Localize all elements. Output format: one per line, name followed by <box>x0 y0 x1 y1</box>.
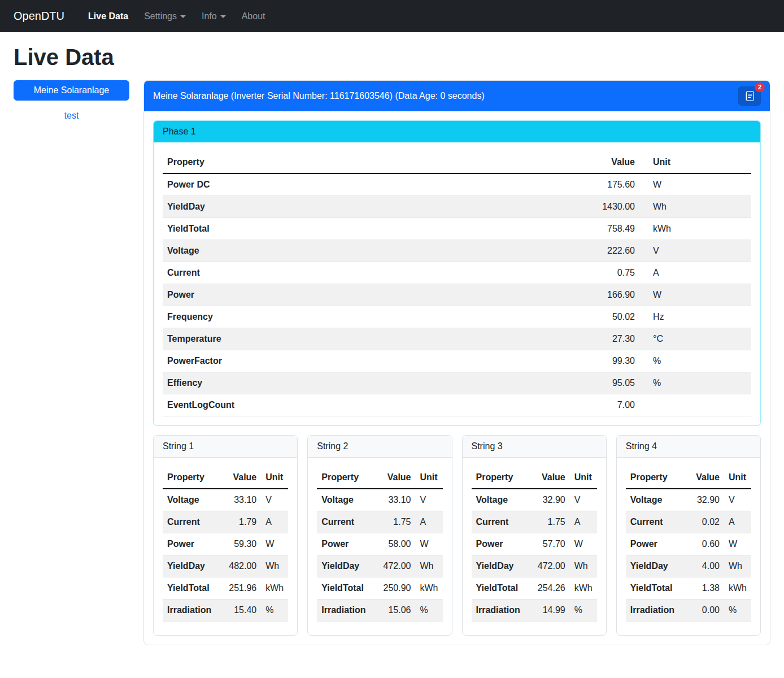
phase-table-row: PowerFactor 99.30 % <box>163 350 751 372</box>
string-card-title: String 4 <box>617 436 760 458</box>
value-cell: 58.00 <box>379 533 416 555</box>
col-header-unit: Unit <box>644 151 751 173</box>
phase-table-row: Effiency 95.05 % <box>163 372 751 394</box>
col-header-value: Value <box>463 151 644 173</box>
value-cell: 0.02 <box>688 511 724 533</box>
string-table-header-row: Property Value Unit <box>163 467 288 489</box>
phase-table-header-row: Property Value Unit <box>163 151 751 173</box>
eventlog-button[interactable]: 2 <box>738 86 761 106</box>
unit-cell: kWh <box>261 577 288 599</box>
unit-cell: % <box>416 599 443 621</box>
nav-item-info[interactable]: Info <box>194 7 234 26</box>
nav-item-about[interactable]: About <box>234 7 273 26</box>
property-cell: Frequency <box>163 306 463 328</box>
value-cell: 222.60 <box>463 240 644 262</box>
nav-item-live-data[interactable]: Live Data <box>80 7 136 26</box>
unit-cell: Wh <box>416 555 443 577</box>
string-table-row: YieldDay 4.00 Wh <box>626 555 751 577</box>
string-card-1: String 1 Property Value Unit <box>153 435 298 636</box>
value-cell: 15.06 <box>379 599 416 621</box>
string-card-2: String 2 Property Value Unit <box>307 435 452 636</box>
inverter-header-text: Meine Solaranlage (Inverter Serial Numbe… <box>153 91 485 101</box>
value-cell: 0.75 <box>463 262 644 284</box>
string-table-row: Current 1.75 A <box>472 511 597 533</box>
string-card-title: String 3 <box>463 436 606 458</box>
value-cell: 1.75 <box>379 511 416 533</box>
unit-cell: V <box>724 489 751 511</box>
unit-cell: kWh <box>570 577 597 599</box>
value-cell: 33.10 <box>224 489 261 511</box>
value-cell: 1.38 <box>688 577 724 599</box>
string-card-title: String 1 <box>154 436 297 458</box>
property-cell: Power <box>317 533 378 555</box>
phase-table-row: Frequency 50.02 Hz <box>163 306 751 328</box>
phase-table-row: Current 0.75 A <box>163 262 751 284</box>
string-table-row: YieldDay 482.00 Wh <box>163 555 288 577</box>
inverter-select-button[interactable]: Meine Solaranlage <box>14 80 129 101</box>
app-brand[interactable]: OpenDTU <box>14 10 64 23</box>
property-cell: Voltage <box>626 489 688 511</box>
value-cell: 0.00 <box>688 599 724 621</box>
col-header-value: Value <box>379 467 416 489</box>
property-cell: Current <box>317 511 378 533</box>
string-table-row: YieldTotal 250.90 kWh <box>317 577 442 599</box>
unit-cell: V <box>570 489 597 511</box>
property-cell: YieldTotal <box>163 218 463 240</box>
phase-table-row: Temperature 27.30 °C <box>163 328 751 350</box>
unit-cell: Hz <box>644 306 751 328</box>
value-cell: 758.49 <box>463 218 644 240</box>
property-cell: EventLogCount <box>163 394 463 416</box>
string-table-3: Property Value Unit Voltage <box>472 467 597 621</box>
property-cell: Irradiation <box>472 599 533 621</box>
unit-cell: W <box>416 533 443 555</box>
property-cell: Power DC <box>163 173 463 196</box>
value-cell: 472.00 <box>533 555 570 577</box>
string-table-row: YieldTotal 254.26 kWh <box>472 577 597 599</box>
col-header-value: Value <box>224 467 261 489</box>
value-cell: 1.79 <box>224 511 261 533</box>
value-cell: 27.30 <box>463 328 644 350</box>
value-cell: 14.99 <box>533 599 570 621</box>
col-header-property: Property <box>472 467 533 489</box>
value-cell: 59.30 <box>224 533 261 555</box>
unit-cell: Wh <box>570 555 597 577</box>
property-cell: Irradiation <box>317 599 378 621</box>
phase-table-row: YieldTotal 758.49 kWh <box>163 218 751 240</box>
sidebar-link-test[interactable]: test <box>14 111 129 121</box>
col-header-unit: Unit <box>261 467 288 489</box>
col-header-unit: Unit <box>416 467 443 489</box>
unit-cell: °C <box>644 328 751 350</box>
string-table-row: Voltage 32.90 V <box>626 489 751 511</box>
unit-cell: Wh <box>644 196 751 218</box>
page-title: Live Data <box>14 45 770 70</box>
phase-table-row: Voltage 222.60 V <box>163 240 751 262</box>
unit-cell: Wh <box>724 555 751 577</box>
unit-cell: % <box>261 599 288 621</box>
nav-item-settings[interactable]: Settings <box>136 7 194 26</box>
unit-cell: A <box>416 511 443 533</box>
string-table-row: Power 57.70 W <box>472 533 597 555</box>
string-table-header-row: Property Value Unit <box>317 467 442 489</box>
property-cell: YieldTotal <box>472 577 533 599</box>
property-cell: Current <box>472 511 533 533</box>
col-header-value: Value <box>688 467 724 489</box>
unit-cell: % <box>724 599 751 621</box>
property-cell: Current <box>626 511 688 533</box>
value-cell: 57.70 <box>533 533 570 555</box>
property-cell: YieldTotal <box>163 577 224 599</box>
property-cell: YieldTotal <box>317 577 378 599</box>
property-cell: YieldDay <box>472 555 533 577</box>
property-cell: Voltage <box>163 240 463 262</box>
unit-cell: W <box>724 533 751 555</box>
property-cell: Irradiation <box>163 599 224 621</box>
top-navbar: OpenDTU Live Data Settings Info About <box>0 0 784 32</box>
nav-item-info-label: Info <box>202 11 217 21</box>
value-cell: 4.00 <box>688 555 724 577</box>
value-cell: 166.90 <box>463 284 644 306</box>
col-header-value: Value <box>533 467 570 489</box>
string-table-row: Current 1.75 A <box>317 511 442 533</box>
inverter-panel: Meine Solaranlage (Inverter Serial Numbe… <box>143 80 770 645</box>
unit-cell: W <box>570 533 597 555</box>
property-cell: Irradiation <box>626 599 688 621</box>
col-header-property: Property <box>626 467 688 489</box>
